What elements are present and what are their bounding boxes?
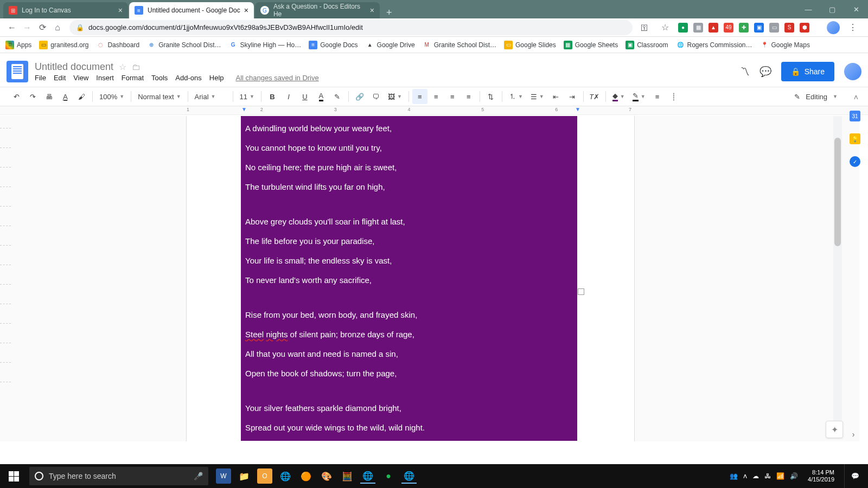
indent-marker-icon[interactable]: ▼ bbox=[241, 106, 247, 112]
border-weight-button[interactable]: ≡ bbox=[650, 89, 665, 104]
menu-edit[interactable]: Edit bbox=[54, 74, 66, 82]
app-icon[interactable]: 🎨 bbox=[319, 468, 334, 484]
profile-avatar[interactable] bbox=[827, 21, 840, 34]
right-indent-marker-icon[interactable]: ▼ bbox=[575, 106, 580, 112]
highlight-button[interactable]: ✎ bbox=[330, 89, 345, 104]
back-button[interactable]: ← bbox=[4, 20, 20, 35]
italic-button[interactable]: I bbox=[281, 89, 296, 104]
close-icon[interactable]: × bbox=[370, 6, 374, 15]
align-justify-button[interactable]: ≡ bbox=[461, 89, 476, 104]
star-icon[interactable]: ☆ bbox=[658, 20, 673, 35]
forward-button[interactable]: → bbox=[20, 20, 35, 35]
align-left-button[interactable]: ≡ bbox=[412, 89, 427, 104]
extension-icon[interactable]: S bbox=[784, 23, 794, 33]
canary-icon[interactable]: 🟠 bbox=[298, 468, 314, 484]
people-icon[interactable]: 👥 bbox=[730, 472, 738, 480]
numbered-list-button[interactable]: ⒈▼ bbox=[506, 92, 526, 101]
calendar-icon[interactable]: 31 bbox=[850, 111, 860, 121]
bookmark-google-drive[interactable]: ▲Google Drive bbox=[366, 41, 415, 49]
border-color-button[interactable]: ✎▼ bbox=[629, 92, 649, 101]
new-tab-button[interactable]: + bbox=[381, 7, 398, 18]
mic-icon[interactable]: 🎤 bbox=[194, 472, 203, 480]
move-folder-icon[interactable]: 🗀 bbox=[132, 62, 141, 72]
activity-icon[interactable]: 〽 bbox=[740, 66, 750, 78]
menu-tools[interactable]: Tools bbox=[151, 74, 168, 82]
chrome-active-icon[interactable]: 🌐 bbox=[360, 468, 375, 484]
keep-icon[interactable]: 💡 bbox=[850, 133, 860, 144]
clock[interactable]: 8:14 PM 4/15/2019 bbox=[803, 469, 839, 483]
tray-chevron-icon[interactable]: ʌ bbox=[743, 472, 747, 480]
align-right-button[interactable]: ≡ bbox=[445, 89, 460, 104]
onedrive-icon[interactable]: ☁ bbox=[752, 472, 759, 480]
undo-button[interactable]: ↶ bbox=[9, 89, 24, 104]
reload-button[interactable]: ⟳ bbox=[35, 20, 50, 35]
zoom-select[interactable]: 100%▼ bbox=[96, 93, 127, 101]
bookmark-gmail[interactable]: MGranite School Dist… bbox=[423, 41, 496, 49]
indent-button[interactable]: ⇥ bbox=[565, 89, 580, 104]
maximize-button[interactable]: ▢ bbox=[820, 0, 844, 18]
wifi-icon[interactable]: 📶 bbox=[776, 472, 784, 480]
account-avatar[interactable] bbox=[844, 63, 861, 80]
image-button[interactable]: 🖼▼ bbox=[385, 93, 405, 101]
bookmark-apps[interactable]: ⠿Apps bbox=[5, 41, 31, 49]
outdent-button[interactable]: ⇤ bbox=[548, 89, 564, 104]
chrome-menu-button[interactable]: ⋮ bbox=[845, 20, 860, 35]
bookmark-sheets[interactable]: ▦Google Sheets bbox=[564, 41, 618, 49]
spellcheck-button[interactable]: A̲ bbox=[58, 89, 73, 104]
minimize-button[interactable]: ― bbox=[796, 0, 820, 18]
close-window-button[interactable]: ✕ bbox=[844, 0, 868, 18]
bookmark-dashboard[interactable]: ◌Dashboard bbox=[96, 41, 139, 49]
home-button[interactable]: ⌂ bbox=[50, 20, 65, 35]
bulleted-list-button[interactable]: ☰▼ bbox=[527, 93, 547, 101]
font-size-select[interactable]: 11▼ bbox=[237, 93, 258, 101]
explore-button[interactable]: ✦ bbox=[826, 421, 843, 438]
underline-button[interactable]: U bbox=[297, 89, 312, 104]
vertical-scrollbar[interactable] bbox=[833, 116, 842, 436]
network-icon[interactable]: 🖧 bbox=[764, 472, 771, 480]
comment-button[interactable]: 🗨 bbox=[368, 89, 384, 104]
docs-logo-icon[interactable] bbox=[7, 61, 28, 82]
extension-icon[interactable]: ⬢ bbox=[800, 23, 809, 33]
scroll-right-button[interactable]: › bbox=[846, 427, 860, 441]
menu-file[interactable]: File bbox=[35, 74, 46, 82]
align-center-button[interactable]: ≡ bbox=[429, 89, 444, 104]
bookmark-classroom[interactable]: ▣Classroom bbox=[626, 41, 668, 49]
extension-icon[interactable]: ▭ bbox=[769, 23, 779, 33]
fill-color-button[interactable]: ◆▼ bbox=[609, 92, 628, 101]
extension-icon[interactable]: ● bbox=[678, 23, 688, 33]
share-button[interactable]: 🔒 Share bbox=[781, 62, 834, 81]
tab-canvas[interactable]: ⊞ Log In to Canvas × bbox=[3, 2, 128, 18]
chrome-icon[interactable]: 🌐 bbox=[278, 468, 293, 484]
table-handle-icon[interactable] bbox=[578, 288, 584, 295]
tasks-icon[interactable]: ✓ bbox=[850, 156, 860, 167]
menu-view[interactable]: View bbox=[73, 74, 88, 82]
url-input[interactable]: 🔒 docs.google.com/document/d/1jjoMnfeuwu… bbox=[69, 20, 633, 35]
close-icon[interactable]: × bbox=[244, 6, 248, 15]
volume-icon[interactable]: 🔊 bbox=[790, 472, 798, 480]
bookmark-granite-school[interactable]: ⊕Granite School Dist… bbox=[147, 41, 221, 49]
document-title[interactable]: Untitled document bbox=[35, 61, 113, 73]
menu-help[interactable]: Help bbox=[209, 74, 224, 82]
menu-format[interactable]: Format bbox=[122, 74, 144, 82]
windows-search-input[interactable]: Type here to search 🎤 bbox=[29, 467, 208, 485]
extension-icon[interactable]: ▲ bbox=[709, 23, 718, 33]
tab-docs-help[interactable]: G Ask a Question - Docs Editors He × bbox=[255, 2, 380, 18]
extension-icon[interactable]: ✚ bbox=[739, 23, 749, 33]
print-button[interactable]: 🖶 bbox=[41, 89, 56, 104]
close-icon[interactable]: × bbox=[118, 6, 123, 15]
outlook-icon[interactable]: O bbox=[257, 468, 272, 484]
bold-button[interactable]: B bbox=[265, 89, 280, 104]
border-dash-button[interactable]: ┊ bbox=[666, 89, 681, 104]
spotify-icon[interactable]: ● bbox=[381, 468, 396, 484]
chrome-beta-icon[interactable]: 🌐 bbox=[401, 468, 417, 484]
extension-icon[interactable]: ▦ bbox=[693, 23, 703, 33]
bookmark-slides[interactable]: ▭Google Slides bbox=[504, 41, 556, 49]
font-select[interactable]: Arial▼ bbox=[192, 93, 229, 101]
bookmark-google-docs[interactable]: ≡Google Docs bbox=[309, 41, 358, 49]
menu-addons[interactable]: Add-ons bbox=[175, 74, 201, 82]
mode-select[interactable]: Editing bbox=[806, 93, 827, 101]
file-explorer-icon[interactable]: 📁 bbox=[237, 468, 252, 484]
start-button[interactable] bbox=[0, 464, 27, 488]
extension-icon[interactable]: ▣ bbox=[754, 23, 764, 33]
bookmark-maps[interactable]: 📍Google Maps bbox=[760, 41, 810, 49]
